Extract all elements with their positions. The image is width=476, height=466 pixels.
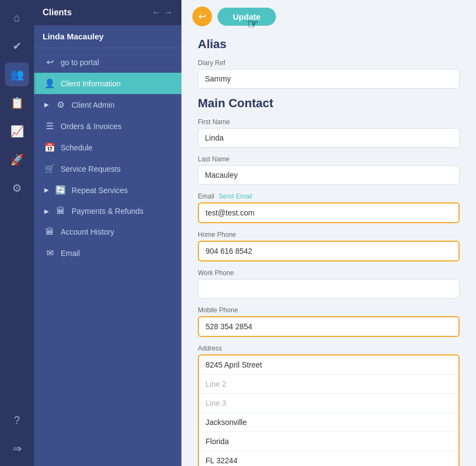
- first-name-input[interactable]: [198, 128, 460, 148]
- diary-ref-label: Diary Ref: [198, 59, 460, 67]
- address-city[interactable]: Jacksonville: [199, 413, 459, 432]
- work-phone-label: Work Phone: [198, 269, 460, 277]
- mobile-phone-label: Mobile Phone: [198, 306, 460, 314]
- sidebar-item-email[interactable]: ✉ Email: [34, 242, 181, 264]
- last-name-group: Last Name: [198, 155, 460, 185]
- sidebar-item-client-information[interactable]: 👤 Client Information: [34, 73, 181, 94]
- icon-logout[interactable]: ⇒: [5, 436, 29, 461]
- sidebar-item-service-requests[interactable]: 🛒 Service Requests: [34, 158, 181, 179]
- sidebar-item-label: Client Admin: [72, 101, 115, 109]
- sidebar-item-label: Client Information: [61, 79, 121, 88]
- address-box[interactable]: 8245 April Street Line 2 Line 3 Jacksonv…: [198, 354, 460, 466]
- mobile-phone-group: Mobile Phone: [198, 306, 460, 337]
- sidebar-item-orders-invoices[interactable]: ☰ Orders & Invoices: [34, 115, 181, 137]
- cursor-icon: ☞: [247, 16, 259, 32]
- sidebar-item-schedule[interactable]: 📅 Schedule: [34, 137, 181, 158]
- payments-icon: 🏛: [55, 206, 66, 216]
- first-name-label: First Name: [198, 118, 460, 126]
- arrow-icon: ▶: [44, 208, 49, 215]
- work-phone-input[interactable]: [198, 279, 460, 299]
- email-label: Email Send Email: [198, 193, 460, 200]
- sidebar-item-go-to-portal[interactable]: ↩ go to portal: [34, 51, 181, 73]
- sidebar-item-client-admin[interactable]: ▶ ⚙ Client Admin: [34, 94, 181, 115]
- work-phone-group: Work Phone: [198, 269, 460, 299]
- address-label: Address: [198, 345, 460, 352]
- last-name-input[interactable]: [198, 165, 460, 185]
- email-icon: ✉: [44, 248, 55, 258]
- email-input[interactable]: [198, 202, 460, 223]
- address-group: Address 8245 April Street Line 2 Line 3 …: [198, 345, 460, 466]
- send-email-link[interactable]: Send Email: [219, 193, 252, 200]
- alias-section-title: Alias: [198, 37, 460, 51]
- sidebar-item-label: Account History: [61, 228, 114, 236]
- sidebar-item-label: Payments & Refunds: [72, 207, 144, 215]
- repeat-icon: 🔄: [55, 185, 66, 195]
- diary-ref-input[interactable]: [198, 69, 460, 89]
- sidebar-item-account-history[interactable]: 🏛 Account History: [34, 222, 181, 242]
- home-phone-input[interactable]: [198, 241, 460, 261]
- address-line2[interactable]: Line 2: [199, 375, 459, 394]
- diary-ref-group: Diary Ref: [198, 59, 460, 89]
- sidebar-item-repeat-services[interactable]: ▶ 🔄 Repeat Services: [34, 179, 181, 201]
- home-phone-group: Home Phone: [198, 231, 460, 261]
- form-area: Alias Diary Ref Main Contact First Name …: [181, 37, 476, 466]
- sidebar-item-label: Service Requests: [61, 165, 121, 173]
- sidebar-item-label: Orders & Invoices: [61, 122, 121, 131]
- main-contact-section-title: Main Contact: [198, 96, 460, 110]
- sidebar-item-label: Repeat Services: [72, 186, 128, 195]
- admin-icon: ⚙: [55, 100, 66, 110]
- last-name-label: Last Name: [198, 155, 460, 163]
- sidebar-item-label: Email: [61, 249, 80, 258]
- schedule-icon: 📅: [44, 142, 55, 153]
- top-bar: ↩ Update ☞: [181, 0, 476, 33]
- sidebar-title: Clients: [43, 8, 72, 18]
- icon-clients[interactable]: 👥: [5, 62, 29, 86]
- sidebar-header: Clients ← →: [34, 0, 181, 25]
- address-zip[interactable]: FL 32244: [199, 451, 459, 466]
- back-button[interactable]: ↩: [192, 7, 212, 26]
- icon-help[interactable]: ?: [5, 408, 29, 432]
- client-name: Linda Macauley: [34, 25, 181, 48]
- orders-icon: ☰: [44, 121, 55, 131]
- first-name-group: First Name: [198, 118, 460, 148]
- service-requests-icon: 🛒: [44, 164, 55, 174]
- sidebar-nav-arrows[interactable]: ← →: [152, 8, 173, 18]
- address-line3[interactable]: Line 3: [199, 394, 459, 413]
- arrow-forward-icon[interactable]: →: [164, 8, 173, 18]
- sidebar: Clients ← → Linda Macauley ↩ go to porta…: [34, 0, 181, 466]
- icon-analytics[interactable]: 📈: [5, 119, 29, 143]
- icon-home[interactable]: ⌂: [5, 5, 29, 30]
- main-content: ↩ Update ☞ Alias Diary Ref Main Contact …: [181, 0, 476, 466]
- client-info-icon: 👤: [44, 78, 55, 89]
- email-group: Email Send Email: [198, 193, 460, 223]
- icon-reports[interactable]: 📋: [5, 91, 29, 115]
- sidebar-item-label: go to portal: [61, 58, 99, 67]
- arrow-back-icon[interactable]: ←: [152, 8, 161, 18]
- icon-settings[interactable]: ⚙: [5, 176, 29, 200]
- sidebar-menu: ↩ go to portal 👤 Client Information ▶ ⚙ …: [34, 48, 181, 466]
- icon-tasks[interactable]: ✔: [5, 34, 29, 58]
- sidebar-item-label: Schedule: [61, 143, 92, 152]
- sidebar-item-payments-refunds[interactable]: ▶ 🏛 Payments & Refunds: [34, 201, 181, 222]
- icon-dispatch[interactable]: 🚀: [5, 148, 29, 172]
- portal-icon: ↩: [44, 57, 55, 67]
- icon-rail: ⌂ ✔ 👥 📋 📈 🚀 ⚙ ? ⇒: [0, 0, 34, 466]
- history-icon: 🏛: [44, 227, 55, 237]
- arrow-icon: ▶: [44, 187, 49, 194]
- address-line1[interactable]: 8245 April Street: [199, 356, 459, 375]
- home-phone-label: Home Phone: [198, 231, 460, 238]
- address-state[interactable]: Florida: [199, 432, 459, 451]
- mobile-phone-input[interactable]: [198, 316, 460, 337]
- arrow-icon: ▶: [44, 101, 49, 108]
